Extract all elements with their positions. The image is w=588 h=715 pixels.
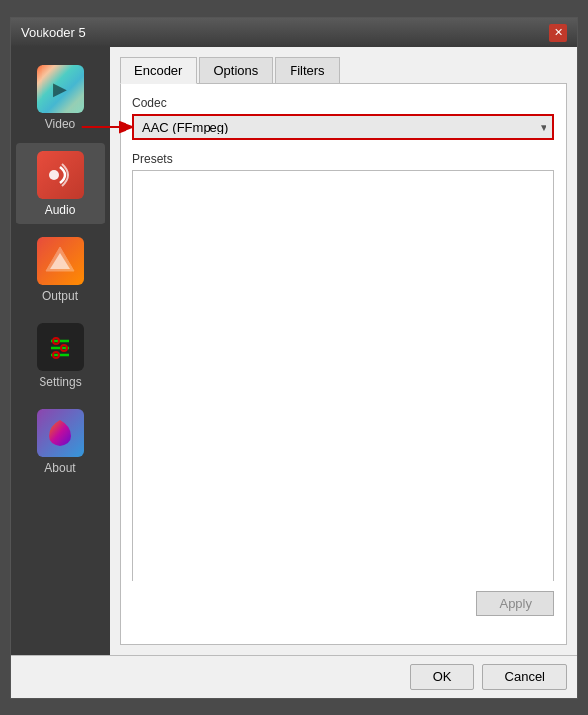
codec-label: Codec [132, 96, 554, 110]
tab-filters[interactable]: Filters [275, 57, 339, 84]
cancel-button[interactable]: Cancel [482, 664, 567, 690]
sidebar-item-video[interactable]: Video [16, 57, 105, 138]
audio-icon [37, 151, 84, 199]
output-icon [37, 237, 84, 285]
presets-box [132, 170, 554, 581]
settings-icon [37, 323, 84, 371]
window-title: Voukoder 5 [21, 25, 86, 40]
svg-point-0 [49, 170, 59, 180]
presets-label: Presets [132, 152, 554, 166]
presets-group: Presets Apply [132, 152, 554, 620]
video-icon [37, 65, 84, 113]
title-bar: Voukoder 5 ✕ [11, 18, 577, 47]
sidebar-item-audio[interactable]: Audio [16, 143, 105, 224]
sidebar-item-about[interactable]: About [16, 402, 105, 483]
sidebar-item-output[interactable]: Output [16, 229, 105, 311]
about-icon [37, 409, 84, 457]
sidebar-item-label: Audio [45, 203, 76, 217]
sidebar-item-label: Video [45, 117, 75, 131]
tab-bar: Encoder Options Filters [120, 57, 567, 84]
ok-button[interactable]: OK [410, 664, 474, 690]
codec-select-container: AAC (FFmpeg) ▼ [132, 114, 554, 140]
codec-select[interactable]: AAC (FFmpeg) [132, 114, 554, 140]
codec-group: Codec AA [132, 96, 554, 140]
close-button[interactable]: ✕ [549, 24, 567, 42]
sidebar-item-label: About [44, 461, 75, 475]
sidebar-item-label: Output [42, 289, 78, 303]
apply-button[interactable]: Apply [476, 591, 554, 616]
content-area: Encoder Options Filters Codec [110, 47, 577, 655]
sidebar-item-settings[interactable]: Settings [16, 315, 105, 397]
main-window: Voukoder 5 ✕ Video Audio [10, 17, 578, 699]
main-content: Video Audio [11, 47, 577, 655]
codec-select-wrapper: AAC (FFmpeg) ▼ [132, 114, 554, 140]
tab-encoder[interactable]: Encoder [120, 57, 197, 84]
tab-options[interactable]: Options [199, 57, 273, 84]
footer: OK Cancel [11, 655, 577, 698]
sidebar-item-label: Settings [39, 375, 81, 389]
tab-content: Codec AA [120, 83, 567, 645]
sidebar: Video Audio [11, 47, 110, 655]
apply-row: Apply [132, 591, 554, 620]
